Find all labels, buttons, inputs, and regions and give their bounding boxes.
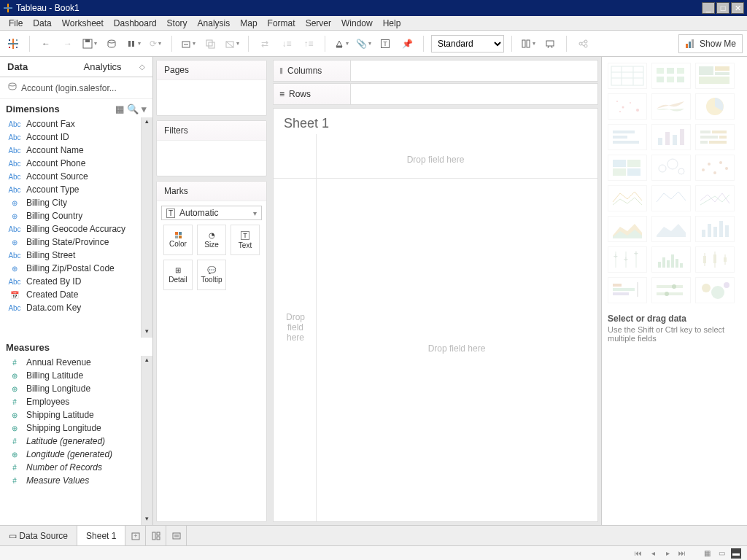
fit-dropdown[interactable]: Standard — [431, 35, 504, 52]
menu-data[interactable]: Data — [28, 17, 55, 30]
share-button[interactable] — [574, 35, 592, 52]
chart-type-14[interactable] — [695, 185, 735, 211]
show-cards-button[interactable]: ▾ — [519, 35, 537, 52]
field-billing-street[interactable]: AbcBilling Street — [0, 249, 152, 262]
pages-shelf[interactable]: Pages — [156, 60, 267, 116]
field-latitude-generated-[interactable]: #Latitude (generated) — [0, 435, 152, 448]
filters-shelf[interactable]: Filters — [156, 120, 267, 176]
chart-type-11[interactable] — [695, 155, 735, 181]
presentation-button[interactable] — [541, 35, 559, 52]
menu-dashboard[interactable]: Dashboard — [109, 17, 161, 30]
view[interactable]: Sheet 1 Drop field here Drop field here … — [273, 108, 598, 522]
first-icon[interactable]: ⏮ — [633, 548, 643, 559]
showme-button[interactable]: Show Me — [678, 34, 743, 53]
chart-type-8[interactable] — [695, 124, 735, 150]
card-icon[interactable]: ▭ — [716, 548, 727, 559]
menu-map[interactable]: Map — [236, 17, 261, 30]
field-billing-state-province[interactable]: ⊕Billing State/Province — [0, 236, 152, 249]
chart-type-9[interactable] — [608, 155, 647, 181]
duplicate-button[interactable] — [201, 35, 219, 52]
new-worksheet-tab[interactable]: + — [125, 526, 146, 545]
marks-type-dropdown[interactable]: T Automatic▾ — [161, 206, 262, 220]
datasource-row[interactable]: Account (login.salesfor... — [0, 77, 152, 99]
new-datasource-button[interactable] — [103, 35, 120, 52]
field-billing-geocode-accuracy[interactable]: AbcBilling Geocode Accuracy — [0, 222, 152, 236]
redo-button[interactable]: → — [59, 35, 77, 52]
undo-button[interactable]: ← — [37, 35, 55, 52]
view-toggle-icon[interactable]: ▦ — [115, 104, 124, 114]
chart-type-7[interactable] — [651, 124, 691, 150]
chart-type-10[interactable] — [651, 155, 691, 181]
sort-desc-button[interactable]: ↑≡ — [300, 35, 317, 52]
menu-analysis[interactable]: Analysis — [193, 17, 235, 30]
sheet-title[interactable]: Sheet 1 — [274, 109, 597, 134]
field-billing-latitude[interactable]: ⊕Billing Latitude — [0, 369, 152, 382]
grid-icon[interactable]: ▦ — [702, 548, 712, 559]
menu-story[interactable]: Story — [163, 17, 192, 30]
rows-shelf[interactable]: ≡Rows — [273, 83, 598, 105]
chart-type-19[interactable] — [651, 246, 691, 273]
menu-icon[interactable]: ▾ — [142, 104, 147, 114]
menu-server[interactable]: Server — [301, 17, 336, 30]
chart-type-5[interactable] — [695, 93, 735, 120]
group-button[interactable]: 📎▾ — [355, 35, 372, 52]
menu-file[interactable]: File — [4, 17, 27, 30]
prev-icon[interactable]: ◂ — [648, 548, 658, 559]
field-account-phone[interactable]: AbcAccount Phone — [0, 157, 152, 170]
sheet-tab[interactable]: Sheet 1 — [77, 526, 125, 545]
field-shipping-latitude[interactable]: ⊕Shipping Latitude — [0, 408, 152, 421]
chart-type-23[interactable] — [695, 277, 735, 303]
chart-type-17[interactable] — [695, 216, 735, 242]
chart-type-20[interactable] — [695, 246, 735, 273]
chart-type-6[interactable] — [608, 124, 647, 150]
field-billing-country[interactable]: ⊕Billing Country — [0, 209, 152, 222]
clear-button[interactable]: ▾ — [223, 35, 241, 52]
menu-format[interactable]: Format — [263, 17, 300, 30]
analytics-tab[interactable]: Analytics◇ — [77, 57, 153, 77]
field-created-by-id[interactable]: AbcCreated By ID — [0, 275, 152, 288]
swap-button[interactable]: ⇄ — [256, 35, 274, 52]
new-dashboard-tab[interactable] — [146, 526, 166, 545]
chart-type-22[interactable] — [651, 277, 691, 303]
field-annual-revenue[interactable]: #Annual Revenue — [0, 356, 152, 369]
search-icon[interactable]: 🔍 — [127, 104, 139, 114]
chart-type-18[interactable]: +++ — [608, 246, 647, 273]
field-measure-values[interactable]: #Measure Values — [0, 474, 152, 487]
columns-shelf[interactable]: ⦀Columns — [273, 60, 598, 82]
menu-window[interactable]: Window — [337, 17, 377, 30]
pin-button[interactable]: 📌 — [398, 35, 416, 52]
chart-type-3[interactable] — [608, 93, 647, 120]
field-account-name[interactable]: AbcAccount Name — [0, 144, 152, 157]
field-billing-longitude[interactable]: ⊕Billing Longitude — [0, 382, 152, 395]
chart-type-13[interactable] — [651, 185, 691, 211]
sort-asc-button[interactable]: ↓≡ — [278, 35, 295, 52]
labels-button[interactable]: T — [376, 35, 394, 52]
maximize-button[interactable]: □ — [716, 2, 729, 14]
save-button[interactable]: ▾ — [81, 35, 98, 52]
minimize-button[interactable]: _ — [702, 2, 715, 14]
field-billing-city[interactable]: ⊕Billing City — [0, 196, 152, 209]
highlight-button[interactable]: ▾ — [333, 35, 350, 52]
next-icon[interactable]: ▸ — [662, 548, 673, 559]
menu-help[interactable]: Help — [379, 17, 406, 30]
marks-tooltip[interactable]: 💬Tooltip — [197, 260, 226, 290]
menu-worksheet[interactable]: Worksheet — [58, 17, 108, 30]
field-account-fax[interactable]: AbcAccount Fax — [0, 117, 152, 131]
datasource-tab[interactable]: ▭ Data Source — [0, 526, 77, 545]
chart-type-0[interactable] — [608, 63, 647, 89]
field-account-type[interactable]: AbcAccount Type — [0, 183, 152, 196]
new-story-tab[interactable] — [166, 526, 187, 545]
chart-type-15[interactable] — [608, 216, 647, 242]
last-icon[interactable]: ⏭ — [677, 548, 687, 559]
marks-detail[interactable]: ⊞Detail — [163, 260, 193, 290]
field-created-date[interactable]: 📅Created Date — [0, 288, 152, 301]
field-account-source[interactable]: AbcAccount Source — [0, 170, 152, 183]
chart-type-16[interactable] — [651, 216, 691, 242]
new-worksheet-button[interactable]: ▾ — [179, 35, 197, 52]
marks-size[interactable]: ◔Size — [197, 225, 226, 255]
field-account-id[interactable]: AbcAccount ID — [0, 131, 152, 144]
marks-text[interactable]: TText — [231, 225, 260, 255]
field-number-of-records[interactable]: #Number of Records — [0, 461, 152, 474]
chart-type-4[interactable] — [651, 93, 691, 120]
chart-type-1[interactable] — [651, 63, 691, 89]
